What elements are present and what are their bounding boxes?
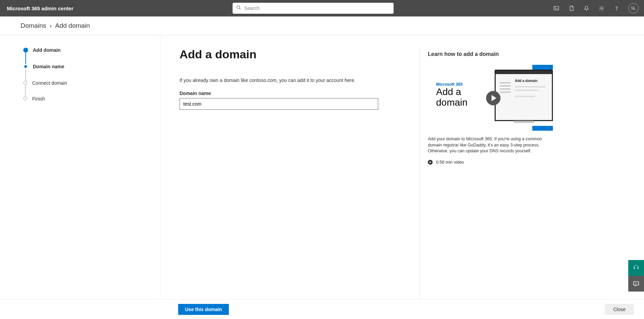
search-box[interactable] — [233, 3, 394, 14]
avatar[interactable]: SL — [628, 3, 639, 13]
video-length-text: 0:56 min video — [436, 160, 464, 165]
floating-buttons — [628, 260, 644, 292]
svg-point-5 — [601, 8, 603, 9]
domain-name-label: Domain name — [179, 91, 419, 96]
search-input[interactable] — [244, 5, 390, 11]
use-this-domain-button[interactable]: Use this domain — [178, 304, 229, 315]
feedback-icon[interactable] — [628, 276, 644, 292]
lead-text: If you already own a domain like contoso… — [179, 78, 419, 83]
step-finish[interactable]: Finish — [23, 96, 160, 101]
step-label: Add domain — [33, 48, 61, 52]
step-label: Connect domain — [32, 81, 67, 85]
gear-icon[interactable] — [598, 5, 605, 12]
play-icon — [486, 91, 500, 105]
search-icon — [236, 5, 244, 12]
video-title: Add adomain — [436, 87, 468, 108]
main-panel: Add a domain If you already own a domain… — [160, 35, 641, 299]
breadcrumb-current: Add domain — [55, 22, 90, 29]
video-length-link[interactable]: 0:56 min video — [428, 160, 553, 165]
accent-bar-icon — [532, 65, 553, 70]
steps-sidebar: Add domain Domain name Connect domain Fi… — [3, 35, 160, 299]
step-domain-name[interactable]: Domain name — [23, 64, 160, 81]
learn-description: Add your domain to Microsoft 365. If you… — [428, 136, 553, 154]
shell-icon[interactable] — [553, 5, 560, 12]
step-label: Domain name — [33, 64, 64, 69]
topbar-center — [73, 3, 553, 14]
content-wrapper: Add domain Domain name Connect domain Fi… — [3, 35, 641, 299]
step-add-domain[interactable]: Add domain — [23, 48, 160, 64]
learn-card: Learn how to add a domain Microsoft 365 … — [419, 48, 553, 299]
breadcrumb-item-domains[interactable]: Domains — [21, 22, 46, 29]
close-button[interactable]: Close — [605, 304, 634, 315]
footer-bar: Use this domain Close — [0, 299, 644, 319]
page-title: Add a domain — [179, 48, 419, 61]
app-title: Microsoft 365 admin center — [7, 5, 73, 11]
video-caption: Microsoft 365 Add adomain — [436, 82, 468, 108]
domain-name-input[interactable] — [179, 98, 378, 110]
top-bar: Microsoft 365 admin center SL — [0, 0, 644, 16]
svg-point-0 — [237, 6, 240, 9]
chevron-right-icon: › — [50, 22, 52, 29]
support-headset-icon[interactable] — [628, 260, 644, 276]
topbar-right: SL — [553, 3, 639, 13]
svg-rect-2 — [554, 7, 559, 10]
accent-bar-icon — [532, 126, 553, 131]
video-thumbnail[interactable]: Microsoft 365 Add adomain Add a domain — [428, 63, 553, 132]
svg-line-1 — [239, 8, 240, 9]
breadcrumb: Domains › Add domain — [0, 16, 644, 35]
main-form: Add a domain If you already own a domain… — [179, 48, 419, 299]
file-icon[interactable] — [568, 5, 575, 12]
learn-card-title: Learn how to add a domain — [428, 51, 553, 57]
step-label: Finish — [32, 96, 45, 101]
bell-icon[interactable] — [583, 5, 590, 12]
monitor-illustration: Add a domain — [495, 70, 553, 121]
help-icon[interactable] — [613, 5, 620, 12]
svg-point-6 — [616, 10, 617, 10]
video-brand: Microsoft 365 — [436, 82, 468, 87]
play-small-icon — [428, 160, 433, 165]
step-connect-domain[interactable]: Connect domain — [23, 81, 160, 96]
